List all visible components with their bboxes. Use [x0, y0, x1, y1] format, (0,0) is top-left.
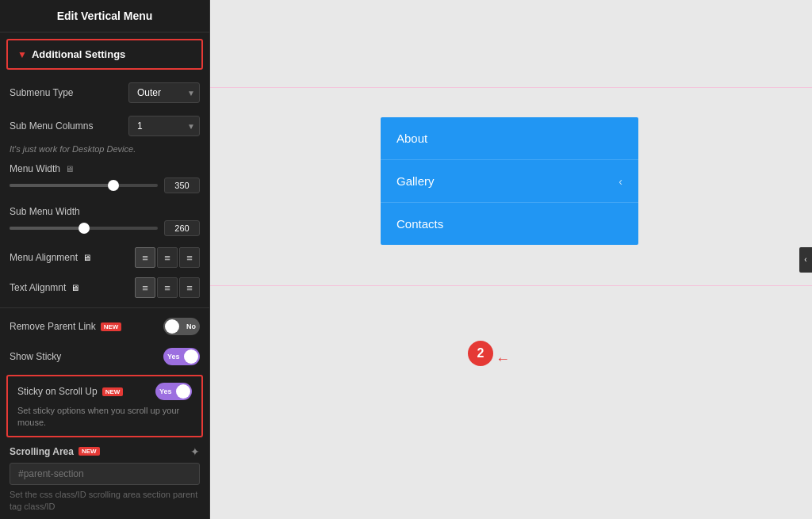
sub-menu-columns-row: Sub Menu Columns 1 2 3 ▼ — [0, 109, 209, 143]
divider-1 — [0, 307, 209, 308]
menu-width-input[interactable] — [164, 177, 200, 193]
panel-title: Edit Vertical Menu — [0, 0, 209, 32]
submenu-type-row: Submenu Type Outer Inner None ▼ — [0, 76, 209, 109]
menu-item-about[interactable]: About — [381, 117, 638, 160]
submenu-type-select[interactable]: Outer Inner None — [128, 82, 200, 103]
sub-menu-columns-select-wrapper: 1 2 3 ▼ — [128, 116, 200, 136]
sub-menu-columns-select[interactable]: 1 2 3 — [128, 116, 200, 136]
text-align-right-button[interactable]: ≡ — [179, 277, 200, 298]
sub-menu-columns-label: Sub Menu Columns — [10, 120, 93, 132]
text-alignment-monitor-icon: 🖥 — [71, 283, 79, 292]
scrolling-area-expand-icon[interactable]: ✦ — [190, 445, 200, 458]
guide-line-bottom — [210, 285, 812, 286]
remove-parent-link-row: Remove Parent Link NEW No — [0, 311, 209, 342]
menu-alignment-row: Menu Alignment 🖥 ≡ ≡ ≡ — [0, 244, 209, 274]
section-arrow-icon: ▼ — [17, 49, 27, 60]
sub-menu-width-input[interactable] — [164, 220, 200, 236]
remove-parent-link-toggle[interactable]: No — [163, 318, 200, 335]
show-sticky-row: Show Sticky Yes — [0, 342, 209, 372]
sticky-scroll-up-toggle-label: Yes — [159, 387, 172, 395]
submenu-type-select-wrapper: Outer Inner None ▼ — [128, 82, 200, 103]
show-sticky-label: Show Sticky — [10, 351, 61, 362]
desktop-hint: It's just work for Desktop Device. — [0, 143, 209, 158]
menu-alignment-monitor-icon: 🖥 — [82, 253, 91, 262]
sticky-scroll-up-row: Sticky on Scroll Up NEW Yes — [11, 381, 198, 402]
sticky-scroll-up-section: Sticky on Scroll Up NEW Yes Set sticky o… — [6, 375, 203, 437]
menu-item-gallery-label: Gallery — [396, 174, 435, 188]
scrolling-area-label: Scrolling Area — [10, 446, 74, 457]
additional-settings-header[interactable]: ▼ Additional Settings — [6, 39, 203, 70]
scrolling-area-header: Scrolling Area NEW ✦ — [10, 445, 200, 458]
submenu-type-label: Submenu Type — [10, 87, 74, 98]
text-alignment-row: Text Alignmnt 🖥 ≡ ≡ ≡ — [0, 274, 209, 304]
guide-line-top — [210, 87, 812, 88]
step-badge: 2 — [468, 341, 493, 366]
show-sticky-knob — [184, 349, 198, 364]
scrolling-area-input[interactable] — [10, 463, 200, 485]
menu-item-about-label: About — [396, 132, 427, 145]
sticky-scroll-up-knob — [176, 384, 190, 399]
menu-align-left-button[interactable]: ≡ — [135, 247, 155, 268]
menu-alignment-label: Menu Alignment — [10, 252, 78, 263]
menu-width-monitor-icon: 🖥 — [65, 164, 74, 174]
sub-menu-width-label: Sub Menu Width — [10, 206, 80, 217]
sub-menu-width-track[interactable] — [10, 227, 158, 230]
menu-width-track[interactable] — [10, 184, 158, 187]
sub-menu-width-thumb[interactable] — [79, 223, 90, 234]
menu-item-gallery[interactable]: Gallery ‹ — [381, 160, 638, 203]
text-align-center-button[interactable]: ≡ — [157, 277, 178, 298]
menu-alignment-buttons: ≡ ≡ ≡ — [135, 247, 200, 268]
menu-width-fill — [10, 184, 113, 187]
menu-item-contacts[interactable]: Contacts — [381, 203, 638, 245]
menu-width-row: Menu Width 🖥 — [0, 158, 209, 201]
gallery-chevron-icon: ‹ — [619, 175, 622, 188]
menu-item-contacts-label: Contacts — [396, 217, 443, 231]
menu-align-center-button[interactable]: ≡ — [157, 247, 178, 268]
sub-menu-width-row: Sub Menu Width — [0, 201, 209, 244]
arrow-indicator-icon: ← — [496, 351, 510, 368]
menu-width-label: Menu Width — [10, 163, 60, 174]
scrolling-area-badge: NEW — [79, 447, 100, 456]
menu-align-right-button[interactable]: ≡ — [179, 247, 200, 268]
text-align-left-button[interactable]: ≡ — [135, 277, 155, 298]
text-alignment-buttons: ≡ ≡ ≡ — [135, 277, 200, 298]
canvas-area: ‹ About Gallery ‹ Contacts 2 ← — [210, 0, 812, 519]
sticky-scroll-up-label: Sticky on Scroll Up — [17, 386, 98, 397]
remove-parent-link-toggle-label: No — [186, 322, 196, 330]
main-content: ‹ About Gallery ‹ Contacts 2 ← — [210, 0, 812, 519]
remove-parent-link-label: Remove Parent Link — [10, 321, 96, 332]
scrolling-area-hint: Set the css class/ID scrolling area sect… — [10, 489, 200, 513]
sticky-scroll-up-description: Set sticky options when you scroll up yo… — [11, 402, 198, 431]
sidebar-collapse-button[interactable]: ‹ — [799, 247, 812, 273]
section-header-label: Additional Settings — [32, 48, 125, 60]
sub-menu-width-fill — [10, 227, 84, 230]
remove-parent-link-knob — [165, 319, 179, 334]
menu-width-thumb[interactable] — [108, 180, 119, 191]
sticky-scroll-up-badge: NEW — [102, 387, 124, 396]
sticky-scroll-up-toggle[interactable]: Yes — [155, 383, 192, 400]
sidebar: Edit Vertical Menu ▼ Additional Settings… — [0, 0, 210, 519]
menu-preview: About Gallery ‹ Contacts — [381, 117, 638, 245]
show-sticky-toggle-label: Yes — [167, 353, 180, 361]
text-alignment-label: Text Alignmnt — [10, 282, 66, 293]
remove-parent-link-badge: NEW — [101, 322, 122, 331]
scrolling-area-section: Scrolling Area NEW ✦ Set the css class/I… — [0, 441, 209, 517]
show-sticky-toggle[interactable]: Yes — [163, 348, 200, 365]
